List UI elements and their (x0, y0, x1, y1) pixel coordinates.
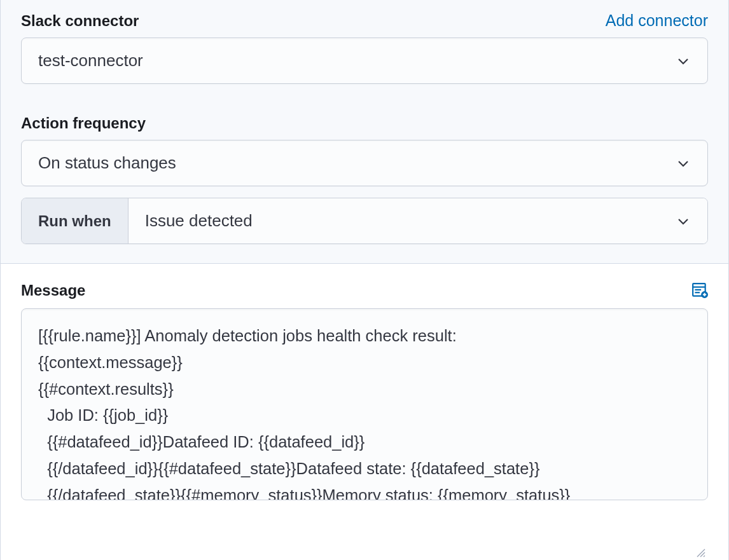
message-label-row: Message (21, 282, 708, 299)
slack-connector-group: Slack connector Add connector test-conne… (21, 11, 708, 84)
action-frequency-value: On status changes (38, 153, 176, 173)
action-frequency-label: Action frequency (21, 114, 146, 132)
run-when-group: Run when Issue detected (21, 198, 708, 244)
chevron-down-icon (676, 214, 691, 229)
run-when-select[interactable]: Issue detected (128, 198, 707, 243)
run-when-label: Run when (22, 198, 128, 243)
chevron-down-icon (676, 53, 691, 69)
form-container: Slack connector Add connector test-conne… (0, 0, 729, 560)
chevron-down-icon (676, 156, 691, 171)
message-section: Message (1, 264, 728, 560)
svg-line-8 (700, 552, 705, 557)
message-textarea[interactable] (21, 308, 708, 500)
action-frequency-label-row: Action frequency (21, 114, 708, 132)
svg-line-9 (704, 556, 705, 557)
slack-connector-select[interactable]: test-connector (21, 38, 708, 84)
resize-handle-icon (695, 547, 705, 557)
message-textarea-wrapper (21, 308, 708, 560)
svg-line-7 (697, 549, 705, 557)
insert-variable-icon[interactable] (691, 282, 708, 299)
run-when-value: Issue detected (145, 211, 253, 231)
message-label: Message (21, 282, 85, 299)
slack-connector-value: test-connector (38, 51, 143, 71)
slack-connector-label-row: Slack connector Add connector (21, 11, 708, 30)
action-frequency-group: Action frequency On status changes Run w… (21, 114, 708, 244)
top-section: Slack connector Add connector test-conne… (1, 0, 728, 264)
add-connector-link[interactable]: Add connector (606, 11, 708, 30)
slack-connector-label: Slack connector (21, 12, 139, 30)
action-frequency-select[interactable]: On status changes (21, 140, 708, 186)
